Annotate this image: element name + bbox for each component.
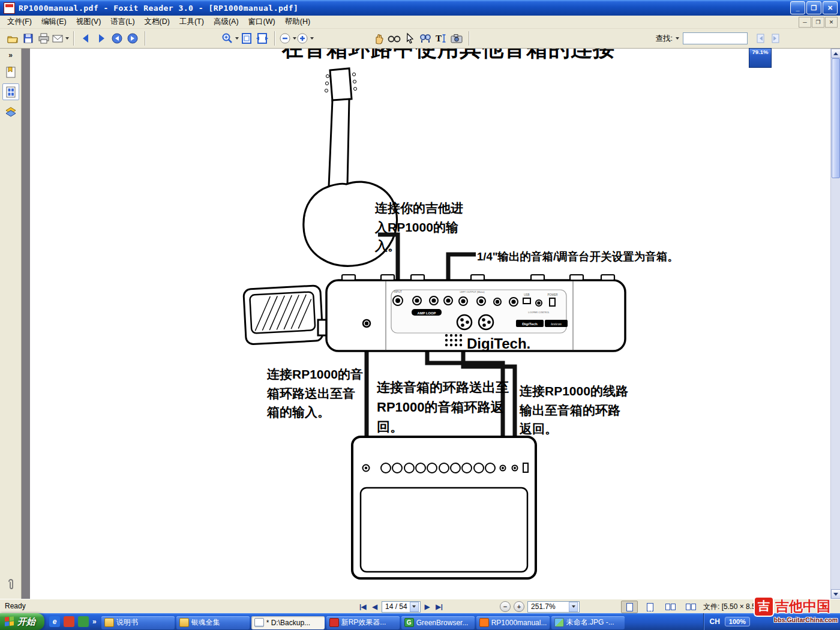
guitarchina-title: 吉他中国 [775,597,830,616]
facing-layout-button[interactable] [662,601,679,613]
save-button[interactable] [20,31,36,46]
snapshot-button[interactable] [386,31,402,46]
select-tool-button[interactable] [402,31,418,46]
menu-view[interactable]: 视图(V) [71,16,106,28]
taskbar-item-rp1000manual[interactable]: RP1000manual... [476,616,550,629]
task-buttons: 说明书 银魂全集 * D:\Backup... 新RP效果器... G Gree… [101,613,625,630]
previous-view-button[interactable] [109,31,125,46]
zoom-level-combo[interactable]: 251.7% [527,601,580,613]
zoom-in-button[interactable] [296,31,314,46]
previous-page-button[interactable] [78,31,94,46]
last-page-button[interactable]: ▶| [434,602,445,611]
scroll-up-button[interactable] [831,49,840,58]
find-options-caret[interactable] [676,37,679,40]
continuous-layout-button[interactable] [641,601,658,613]
menu-edit[interactable]: 编辑(E) [37,16,71,28]
page-number-combo[interactable]: 14 / 54 [382,601,421,613]
menu-language[interactable]: 语言(L) [106,16,139,28]
email-dropdown-caret[interactable] [65,37,69,40]
svg-text:T: T [436,34,442,43]
vertical-scrollbar[interactable] [830,49,840,599]
taskbar-item-yinhun[interactable]: 银魂全集 [176,616,250,629]
previous-page-button-status[interactable]: ◀ [371,602,379,611]
continuous-facing-layout-button[interactable] [682,601,699,613]
zoom-out-button-status[interactable]: − [500,601,511,612]
taskbar-item-unnamed-jpg[interactable]: 未命名.JPG -... [551,616,625,629]
find-next-button[interactable] [768,31,784,46]
attachments-panel-button[interactable] [0,578,21,592]
zoom-tool-button[interactable] [221,31,239,46]
zoom-tool-icon [221,32,233,44]
taskbar-item-greenbrowser[interactable]: G GreenBrowser... [401,616,475,629]
menu-tools[interactable]: 工具(T) [175,16,209,28]
foxit-app-icon [4,2,15,14]
zoom-in-button-status[interactable]: + [514,601,524,612]
search-button[interactable] [418,31,433,46]
minimize-button[interactable]: _ [790,1,805,14]
email-icon [52,32,64,44]
language-indicator[interactable]: CH [710,617,720,626]
quick-launch-icon[interactable] [64,616,74,627]
scroll-percent-tooltip: 79.1% [749,48,772,68]
fit-page-button[interactable] [239,31,254,46]
amp-loop-label: AMP LOOP [418,311,436,315]
layers-panel-button[interactable] [3,104,19,119]
menu-window[interactable]: 窗口(W) [244,16,280,28]
taskbar-item-rp-effects[interactable]: 新RP效果器... [326,616,400,629]
email-button[interactable] [52,31,69,46]
fit-width-button[interactable] [254,31,270,46]
toolbar-separator [469,31,469,46]
quick-launch-overflow-chevron[interactable]: » [92,617,97,626]
first-page-button[interactable]: |◀ [358,602,368,611]
doc-close-button[interactable]: ✕ [825,17,838,28]
camera-button[interactable] [449,31,464,46]
page-indicator: 14 / 54 [385,602,407,611]
next-page-button-status[interactable]: ▶ [423,602,431,611]
quick-launch-icon[interactable] [78,616,89,627]
zoom-in-caret[interactable] [310,37,314,40]
hand-tool-button[interactable] [371,31,386,46]
sidebar-collapse-button[interactable]: » [3,50,19,61]
document-area[interactable]: 在音箱环路中使用其他音箱的连接 [22,49,830,599]
guitarchina-watermark: 吉 吉他中国 bbs.GuitarChina.com [755,597,838,629]
bookmarks-panel-button[interactable] [3,64,19,80]
start-button[interactable]: 开始 [0,613,44,630]
text-tool-button[interactable]: T [433,31,449,46]
doc-restore-button[interactable]: ❐ [812,17,824,28]
foxit-reader-window: RP1000manual.pdf - Foxit Reader 3.0 - [R… [0,0,840,630]
next-page-button[interactable] [94,31,109,46]
volume-indicator[interactable]: 100% [725,617,750,626]
single-page-layout-button[interactable] [621,601,638,613]
pages-panel-button[interactable] [2,83,19,100]
text-tool-icon: T [434,32,448,44]
restore-button[interactable]: ❐ [806,1,821,14]
port-label-looper: LOOPER CONTROL [528,311,549,314]
zoom-out-icon [279,32,291,44]
menu-help[interactable]: 帮助(H) [280,16,315,28]
label-amp-loop-send: 连接RP1000的音箱环路送出至音箱的输入。 [267,365,364,422]
app-icon [329,618,339,627]
pages-thumbnails-icon [5,86,16,98]
find-label: 查找: [656,34,673,44]
print-button[interactable] [36,31,52,46]
find-previous-button[interactable] [752,31,768,46]
scrollbar-thumb[interactable] [832,58,840,178]
select-icon [404,32,415,44]
open-button[interactable] [5,31,20,46]
save-icon [22,32,34,44]
taskbar-item-backup-notepad[interactable]: * D:\Backup... [251,616,325,629]
zoom-out-button[interactable] [279,31,296,46]
search-icon [419,32,432,44]
close-button[interactable]: ✕ [823,1,838,14]
menu-advanced[interactable]: 高级(A) [209,16,244,28]
label-quarter-inch-output: 1/4"输出的音箱/调音台开关设置为音箱。 [477,248,663,265]
menu-document[interactable]: 文档(D) [140,16,175,28]
digitech-badge: DigiTech [522,322,538,326]
find-input[interactable] [683,32,748,44]
next-view-button[interactable] [125,31,140,46]
menu-file[interactable]: 文件(F) [2,16,37,28]
doc-minimize-button[interactable]: ─ [799,17,811,28]
internet-explorer-icon[interactable]: e [49,616,60,627]
taskbar-item-shuomingshu[interactable]: 说明书 [101,616,175,629]
print-icon [38,32,50,44]
